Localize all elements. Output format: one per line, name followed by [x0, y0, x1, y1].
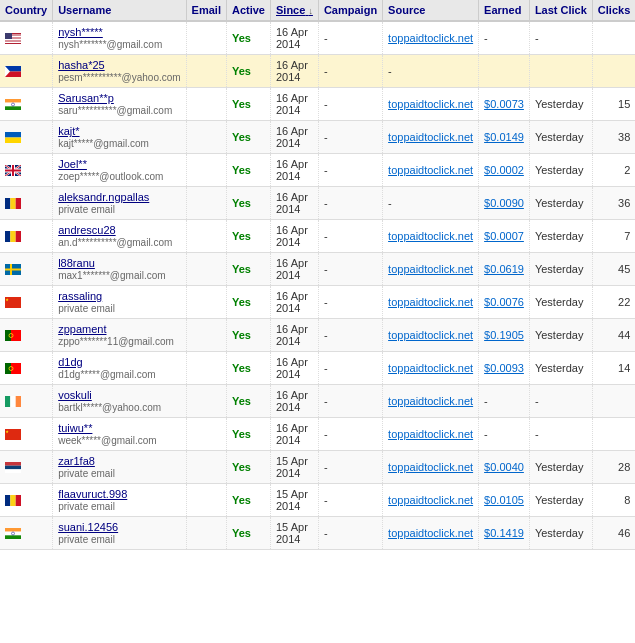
source-link[interactable]: toppaidtoclick.net — [388, 527, 473, 539]
earned-link[interactable]: $0.0040 — [484, 461, 524, 473]
earned-link[interactable]: $0.0007 — [484, 230, 524, 242]
active-badge: Yes — [232, 32, 251, 44]
active-cell: Yes — [226, 352, 270, 385]
clicks-cell — [592, 55, 635, 88]
earned-cell: $0.0076 — [479, 286, 530, 319]
username-cell: nysh***** nysh*******@gmail.com — [53, 21, 186, 55]
email-cell — [186, 154, 226, 187]
source-link[interactable]: toppaidtoclick.net — [388, 98, 473, 110]
active-cell: Yes — [226, 187, 270, 220]
user-email: max1*******@gmail.com — [58, 270, 165, 281]
source-link[interactable]: toppaidtoclick.net — [388, 230, 473, 242]
country-cell — [0, 187, 53, 220]
email-cell — [186, 451, 226, 484]
source-link[interactable]: toppaidtoclick.net — [388, 263, 473, 275]
earned-link[interactable]: $0.0073 — [484, 98, 524, 110]
source-link[interactable]: toppaidtoclick.net — [388, 362, 473, 374]
username-link[interactable]: suani.12456 — [58, 521, 180, 533]
earned-link[interactable]: $0.0076 — [484, 296, 524, 308]
username-link[interactable]: nysh***** — [58, 26, 180, 38]
since-cell: 16 Apr 2014 — [271, 187, 319, 220]
since-cell: 16 Apr 2014 — [271, 418, 319, 451]
source-link[interactable]: toppaidtoclick.net — [388, 395, 473, 407]
clicks-cell: 46 — [592, 517, 635, 550]
username-link[interactable]: zppament — [58, 323, 180, 335]
flag-icon — [5, 363, 21, 374]
table-row: aleksandr.ngpallas private email Yes 16 … — [0, 187, 635, 220]
earned-link[interactable]: $0.0105 — [484, 494, 524, 506]
lastclick-cell: Yesterday — [529, 121, 592, 154]
earned-link[interactable]: $0.0149 — [484, 131, 524, 143]
since-cell: 16 Apr 2014 — [271, 385, 319, 418]
campaign-cell: - — [318, 154, 382, 187]
sort-icon: ↓ — [308, 6, 313, 16]
lastclick-cell: Yesterday — [529, 451, 592, 484]
active-badge: Yes — [232, 164, 251, 176]
earned-link[interactable]: $0.0002 — [484, 164, 524, 176]
username-link[interactable]: andrescu28 — [58, 224, 180, 236]
clicks-cell — [592, 385, 635, 418]
flag-icon — [5, 330, 21, 341]
username-cell: Sarusan**p saru**********@gmail.com — [53, 88, 186, 121]
username-cell: zppament zppo*******11@gmail.com — [53, 319, 186, 352]
username-link[interactable]: l88ranu — [58, 257, 180, 269]
svg-rect-15 — [5, 132, 21, 138]
lastclick-cell: Yesterday — [529, 220, 592, 253]
username-link[interactable]: d1dg — [58, 356, 180, 368]
active-cell: Yes — [226, 484, 270, 517]
source-link[interactable]: toppaidtoclick.net — [388, 296, 473, 308]
username-link[interactable]: zar1fa8 — [58, 455, 180, 467]
username-link[interactable]: flaavuruct.998 — [58, 488, 180, 500]
earned-link[interactable]: $0.1905 — [484, 329, 524, 341]
source-cell: - — [383, 187, 479, 220]
email-cell — [186, 517, 226, 550]
username-link[interactable]: Sarusan**p — [58, 92, 180, 104]
active-cell: Yes — [226, 517, 270, 550]
header-lastclick: Last Click — [529, 0, 592, 21]
flag-icon — [5, 495, 21, 506]
source-link[interactable]: toppaidtoclick.net — [388, 428, 473, 440]
earned-link[interactable]: $0.0619 — [484, 263, 524, 275]
username-link[interactable]: Joel** — [58, 158, 180, 170]
lastclick-cell: Yesterday — [529, 352, 592, 385]
username-link[interactable]: rassaling — [58, 290, 180, 302]
campaign-cell: - — [318, 352, 382, 385]
username-link[interactable]: aleksandr.ngpallas — [58, 191, 180, 203]
country-cell — [0, 88, 53, 121]
username-link[interactable]: kajt* — [58, 125, 180, 137]
source-link[interactable]: toppaidtoclick.net — [388, 461, 473, 473]
country-cell — [0, 154, 53, 187]
username-link[interactable]: hasha*25 — [58, 59, 180, 71]
flag-icon — [5, 132, 21, 143]
source-link[interactable]: toppaidtoclick.net — [388, 32, 473, 44]
active-cell: Yes — [226, 55, 270, 88]
source-link[interactable]: toppaidtoclick.net — [388, 131, 473, 143]
table-row: kajt* kajt*****@gmail.com Yes 16 Apr 201… — [0, 121, 635, 154]
since-cell: 16 Apr 2014 — [271, 55, 319, 88]
svg-rect-30 — [10, 231, 15, 242]
source-link[interactable]: toppaidtoclick.net — [388, 329, 473, 341]
country-cell — [0, 385, 53, 418]
earned-link[interactable]: $0.1419 — [484, 527, 524, 539]
active-badge: Yes — [232, 263, 251, 275]
active-badge: Yes — [232, 362, 251, 374]
username-link[interactable]: tuiwu** — [58, 422, 180, 434]
username-cell: suani.12456 private email — [53, 517, 186, 550]
source-link[interactable]: toppaidtoclick.net — [388, 164, 473, 176]
earned-link[interactable]: $0.0093 — [484, 362, 524, 374]
active-badge: Yes — [232, 197, 251, 209]
source-cell: toppaidtoclick.net — [383, 88, 479, 121]
svg-rect-41 — [11, 363, 21, 374]
since-cell: 16 Apr 2014 — [271, 88, 319, 121]
svg-rect-16 — [5, 138, 21, 144]
username-link[interactable]: voskuli — [58, 389, 180, 401]
active-badge: Yes — [232, 428, 251, 440]
earned-cell: $0.0619 — [479, 253, 530, 286]
header-since[interactable]: Since ↓ — [271, 0, 319, 21]
source-link[interactable]: toppaidtoclick.net — [388, 494, 473, 506]
country-cell — [0, 220, 53, 253]
campaign-cell: - — [318, 121, 382, 154]
source-cell: toppaidtoclick.net — [383, 517, 479, 550]
clicks-cell: 7 — [592, 220, 635, 253]
earned-link[interactable]: $0.0090 — [484, 197, 524, 209]
